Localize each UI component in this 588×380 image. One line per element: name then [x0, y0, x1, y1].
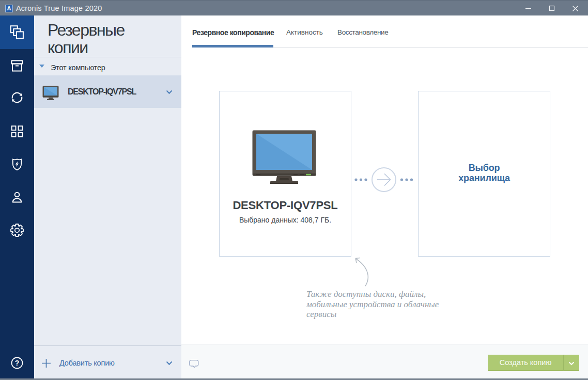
svg-text:?: ? — [15, 359, 20, 367]
